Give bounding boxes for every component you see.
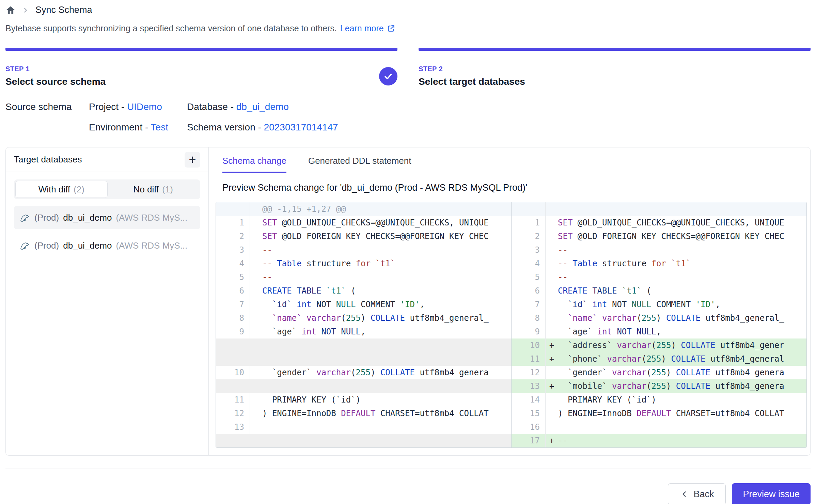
line-marker — [546, 230, 558, 243]
code-line: ) ENGINE=InnoDB DEFAULT CHARSET=utf8mb4 … — [558, 407, 806, 420]
code-line — [262, 379, 511, 393]
project-label: Project - — [89, 101, 127, 112]
diff-spacer-row — [216, 352, 511, 366]
line-marker — [250, 216, 262, 230]
target-database-item-1[interactable]: (Prod) db_ui_demo (AWS RDS MyS... — [14, 206, 200, 229]
source-schema-label: Source schema — [5, 101, 89, 133]
line-number: 14 — [512, 393, 546, 407]
diff-row: 4-- Table structure for `t1` — [512, 257, 806, 270]
with-diff-label: With diff — [38, 184, 70, 195]
db-environment: (Prod) — [34, 240, 59, 251]
line-marker — [546, 393, 558, 407]
diff-row: 5-- — [216, 270, 511, 284]
diff-pane-target: 1SET @OLD_UNIQUE_CHECKS=@@UNIQUE_CHECKS,… — [511, 202, 806, 447]
hunk-header: @@ -1,15 +1,27 @@ — [262, 202, 511, 216]
line-marker — [250, 420, 262, 434]
diff-row: 4-- Table structure for `t1` — [216, 257, 511, 270]
step-completed-check-icon — [379, 67, 397, 85]
target-databases-title: Target databases — [14, 154, 82, 165]
step-2-title: Select target databases — [419, 76, 525, 87]
line-marker — [546, 284, 558, 298]
tab-generated-ddl[interactable]: Generated DDL statement — [308, 156, 411, 173]
chevron-right-icon — [22, 6, 29, 14]
line-number: 10 — [512, 338, 546, 352]
learn-more-label: Learn more — [340, 23, 384, 33]
line-number: 2 — [512, 230, 546, 243]
code-line: CREATE TABLE `t1` ( — [558, 284, 806, 298]
line-number: 12 — [512, 366, 546, 379]
added-line-marker: + — [546, 379, 558, 393]
line-marker — [546, 270, 558, 284]
diff-row: 9 `age` int NOT NULL, — [512, 325, 806, 338]
code-line: CREATE TABLE `t1` ( — [262, 284, 511, 298]
diff-row: 8 `name` varchar(255) COLLATE utf8mb4_ge… — [512, 311, 806, 325]
back-button[interactable]: Back — [668, 483, 726, 504]
diff-row: 13+ `mobile` varchar(255) COLLATE utf8mb… — [512, 379, 806, 393]
home-icon[interactable] — [5, 5, 16, 15]
line-number: 7 — [216, 298, 250, 311]
schema-diff-view: @@ -1,15 +1,27 @@1SET @OLD_UNIQUE_CHECKS… — [216, 202, 807, 448]
code-line: -- — [558, 243, 806, 257]
preview-issue-button[interactable]: Preview issue — [732, 483, 811, 504]
line-marker — [250, 393, 262, 407]
diff-row: 11+ `phone` varchar(255) COLLATE utf8mb4… — [512, 352, 806, 366]
line-marker — [546, 298, 558, 311]
learn-more-link[interactable]: Learn more — [340, 23, 395, 33]
diff-row: 6CREATE TABLE `t1` ( — [512, 284, 806, 298]
diff-row: 14 PRIMARY KEY (`id`) — [512, 393, 806, 407]
code-line: SET @OLD_FOREIGN_KEY_CHECKS=@@FOREIGN_KE… — [262, 230, 511, 243]
diff-row: 1SET @OLD_UNIQUE_CHECKS=@@UNIQUE_CHECKS,… — [512, 216, 806, 230]
diff-filter-toggle: With diff (2) No diff (1) — [14, 179, 200, 199]
line-number: 11 — [216, 393, 250, 407]
diff-row: 13 — [216, 420, 511, 434]
add-target-database-button[interactable]: + — [185, 152, 200, 168]
diff-spacer-row — [216, 338, 511, 352]
sync-schema-panel: Target databases + With diff (2) No diff… — [5, 147, 811, 456]
code-line: -- Table structure for `t1` — [262, 257, 511, 270]
diff-row: 17+-- — [512, 434, 806, 447]
target-database-item-2[interactable]: (Prod) db_ui_demo (AWS RDS MyS... — [14, 234, 200, 257]
source-schema-summary: Source schema Project - UIDemo Database … — [5, 101, 811, 133]
code-line — [262, 420, 511, 434]
code-line: `mobile` varchar(255) COLLATE utf8mb4_ge… — [558, 379, 806, 393]
hunk-header — [558, 202, 806, 216]
db-name: db_ui_demo — [63, 212, 112, 223]
line-number: 1 — [216, 216, 250, 230]
schema-version-link[interactable]: 20230317014147 — [264, 122, 338, 132]
line-number: 4 — [512, 257, 546, 270]
diff-row: 12 `gender` varchar(255) COLLATE utf8mb4… — [512, 366, 806, 379]
added-line-marker: + — [546, 338, 558, 352]
line-number: 5 — [512, 270, 546, 284]
database-label: Database - — [187, 101, 236, 112]
line-number: 1 — [512, 216, 546, 230]
project-link[interactable]: UIDemo — [127, 101, 162, 112]
line-marker — [250, 298, 262, 311]
tab-with-diff[interactable]: With diff (2) — [15, 181, 108, 198]
tab-no-diff[interactable]: No diff (1) — [108, 181, 199, 198]
line-number — [216, 434, 250, 447]
line-number: 7 — [512, 298, 546, 311]
db-name: db_ui_demo — [63, 240, 112, 251]
tab-schema-change[interactable]: Schema change — [222, 156, 286, 173]
line-marker — [250, 202, 262, 216]
line-marker — [250, 379, 262, 393]
line-marker — [546, 420, 558, 434]
project-field: Project - UIDemo — [89, 101, 187, 112]
line-marker — [250, 366, 262, 379]
preview-title: Preview Schema change for 'db_ui_demo (P… — [216, 183, 807, 193]
diff-row: 12) ENGINE=InnoDB DEFAULT CHARSET=utf8mb… — [216, 407, 511, 420]
line-number: 6 — [216, 284, 250, 298]
line-number: 13 — [216, 420, 250, 434]
diff-spacer-row — [216, 434, 511, 447]
line-marker — [546, 257, 558, 270]
step-2-progress-bar — [419, 48, 811, 51]
line-marker — [250, 311, 262, 325]
diff-row: 2SET @OLD_FOREIGN_KEY_CHECKS=@@FOREIGN_K… — [512, 230, 806, 243]
db-instance: (AWS RDS MyS... — [116, 212, 187, 223]
line-marker — [546, 202, 558, 216]
code-line: -- — [262, 270, 511, 284]
line-number: 16 — [512, 420, 546, 434]
environment-link[interactable]: Test — [151, 122, 168, 132]
code-line: `id` int NOT NULL COMMENT 'ID', — [558, 298, 806, 311]
database-link[interactable]: db_ui_demo — [236, 101, 289, 112]
